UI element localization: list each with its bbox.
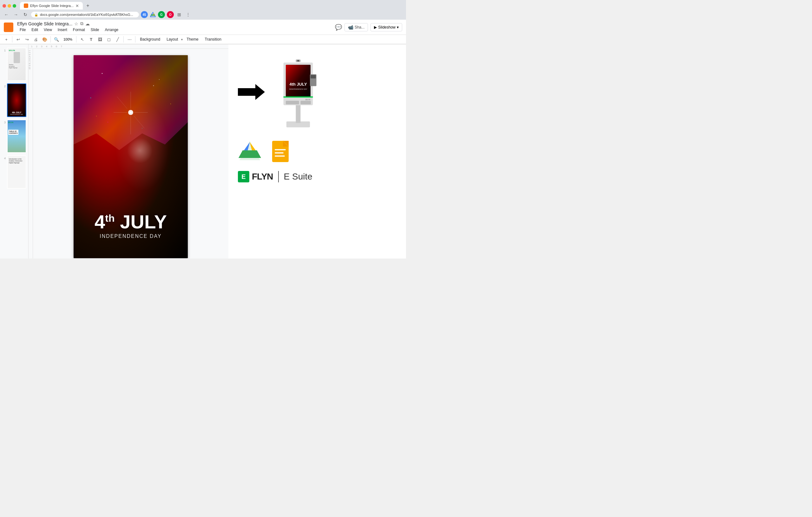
refresh-button[interactable]: ↻ bbox=[22, 11, 29, 19]
menu-edit[interactable]: Edit bbox=[29, 27, 40, 33]
star-icon[interactable]: ☆ bbox=[74, 21, 78, 26]
horizontal-ruler: 1 2 3 4 5 6 7 bbox=[29, 45, 228, 49]
svg-line-9 bbox=[134, 116, 144, 128]
sparkles bbox=[74, 55, 188, 177]
browser-icons: 45 G O ⊞ ⋮ bbox=[141, 11, 192, 18]
svg-rect-39 bbox=[275, 149, 286, 150]
print-button[interactable]: 🖨 bbox=[32, 35, 40, 43]
eflyn-name: FLYN bbox=[252, 172, 273, 182]
eflyn-separator bbox=[278, 171, 279, 182]
eflyn-suite: E Suite bbox=[284, 172, 313, 182]
line-tool[interactable]: ╱ bbox=[114, 35, 121, 43]
canvas-area: 1 2 3 4 5 6 7 1 2 3 4 5 6 7 8 9 10 bbox=[29, 45, 228, 258]
divider-4 bbox=[123, 36, 124, 42]
svg-point-16 bbox=[142, 128, 142, 128]
close-window-button[interactable] bbox=[3, 4, 6, 8]
arrow-shape bbox=[238, 84, 265, 100]
svg-rect-40 bbox=[275, 152, 284, 153]
background-button[interactable]: Background bbox=[137, 36, 163, 42]
extension-icon-3[interactable]: O bbox=[167, 11, 174, 18]
extension-icon-drive[interactable] bbox=[150, 11, 156, 18]
svg-point-15 bbox=[153, 85, 154, 86]
zoom-button[interactable]: 🔍 bbox=[53, 35, 60, 43]
menu-file[interactable]: File bbox=[17, 27, 28, 33]
svg-text:INDEPENDENCE DAY: INDEPENDENCE DAY bbox=[289, 88, 307, 90]
new-tab-button[interactable]: + bbox=[84, 2, 92, 9]
extension-icon-1[interactable]: 45 bbox=[141, 11, 148, 18]
browser-chrome: Eflyn Google Slide Integra... ✕ + ← → ↻ … bbox=[0, 0, 406, 20]
cursor-tool[interactable]: ↖ bbox=[78, 35, 86, 43]
layout-button[interactable]: Layout bbox=[164, 36, 180, 42]
svg-text:EFLYN: EFLYN bbox=[306, 99, 310, 100]
slides-doc-title: Eflyn Google Slide Integra... bbox=[17, 21, 72, 26]
undo-button[interactable]: ↩ bbox=[14, 35, 22, 43]
more-shapes[interactable]: ⋯ bbox=[125, 35, 133, 43]
maximize-window-button[interactable] bbox=[13, 4, 16, 8]
address-bar[interactable]: 🔒 docs.google.com/presentation/d/1kEaYKo… bbox=[31, 12, 139, 18]
right-panel: 4th JULY INDEPENDENCE DAY EFLYN bbox=[228, 45, 406, 258]
slide-thumbnail-3[interactable]: 3 EFLYN TABLE OFCONTENTS bbox=[1, 119, 27, 153]
theme-button[interactable]: Theme bbox=[184, 36, 201, 42]
slide-canvas[interactable]: 4th JULY INDEPENDENCE DAY bbox=[74, 55, 188, 258]
svg-rect-41 bbox=[275, 155, 285, 157]
image-tool[interactable]: 🖼 bbox=[96, 35, 104, 43]
slide-thumbnail-4[interactable]: 4 Introduction to theOutdoor Interactive… bbox=[1, 155, 27, 189]
svg-point-3 bbox=[130, 111, 132, 113]
slides-app-header: Eflyn Google Slide Integra... ☆ ⧉ ☁ File… bbox=[0, 20, 406, 45]
extension-icon-2[interactable]: G bbox=[158, 11, 165, 18]
independence-text: INDEPENDENCE DAY bbox=[74, 233, 188, 239]
thumb3-toc: TABLE OFCONTENTS bbox=[8, 130, 19, 135]
slide-thumbnail-2[interactable]: 2 4th JULY INDEPENDENCE DAY bbox=[1, 83, 27, 117]
slide-thumb-img-1: EFLYN OutdoorInteractiveDigital Signage bbox=[7, 48, 26, 81]
cloud-icon[interactable]: ☁ bbox=[85, 21, 90, 26]
canvas-scroll[interactable]: 4th JULY INDEPENDENCE DAY bbox=[33, 49, 228, 258]
tab-close-button[interactable]: ✕ bbox=[76, 4, 79, 8]
comments-button[interactable]: 💬 bbox=[335, 24, 342, 31]
canvas-with-ruler: 1 2 3 4 5 6 7 8 9 10 bbox=[29, 49, 228, 258]
slide-text-area: 4th JULY INDEPENDENCE DAY bbox=[74, 212, 188, 239]
slide-num-4: 4 bbox=[2, 155, 6, 160]
address-bar-row: ← → ↻ 🔒 docs.google.com/presentation/d/1… bbox=[0, 9, 406, 20]
svg-marker-35 bbox=[238, 150, 261, 158]
extensions-button[interactable]: ⊞ bbox=[176, 11, 183, 18]
menu-format[interactable]: Format bbox=[70, 27, 88, 33]
text-tool[interactable]: T bbox=[87, 35, 95, 43]
slideshow-button[interactable]: ▶ Slideshow ▾ bbox=[371, 23, 402, 31]
svg-rect-28 bbox=[311, 75, 316, 78]
active-tab[interactable]: Eflyn Google Slide Integra... ✕ bbox=[20, 2, 83, 9]
transition-button[interactable]: Transition bbox=[202, 36, 224, 42]
forward-button[interactable]: → bbox=[12, 11, 20, 19]
logos-row bbox=[238, 140, 397, 165]
meet-button[interactable]: 📹 Sha... bbox=[345, 23, 368, 31]
menu-slide[interactable]: Slide bbox=[88, 27, 102, 33]
layout-dropdown[interactable]: ▾ bbox=[181, 38, 183, 41]
shape-tool[interactable]: ◻ bbox=[105, 35, 113, 43]
back-button[interactable]: ← bbox=[3, 11, 10, 19]
thumb1-text: OutdoorInteractiveDigital Signage bbox=[9, 64, 18, 69]
diagram-row: 4th JULY INDEPENDENCE DAY EFLYN bbox=[238, 51, 397, 133]
url-text: docs.google.com/presentation/d/1kEaYKoi9… bbox=[40, 13, 136, 17]
copy-icon[interactable]: ⧉ bbox=[80, 21, 83, 26]
divider-5 bbox=[135, 36, 136, 42]
traffic-lights bbox=[3, 4, 16, 8]
paint-button[interactable]: 🎨 bbox=[41, 35, 49, 43]
redo-button[interactable]: ↪ bbox=[23, 35, 31, 43]
slide-thumb-img-3: EFLYN TABLE OFCONTENTS bbox=[7, 120, 26, 153]
thumb3-logo: EFLYN bbox=[8, 121, 13, 123]
vertical-ruler: 1 2 3 4 5 6 7 8 9 10 bbox=[29, 49, 33, 258]
add-button[interactable]: + bbox=[3, 35, 10, 43]
thumb4-text: Introduction to theOutdoor InteractiveDi… bbox=[9, 158, 23, 164]
minimize-window-button[interactable] bbox=[8, 4, 11, 8]
slide-thumb-img-4: Introduction to theOutdoor InteractiveDi… bbox=[7, 155, 26, 189]
slide-thumbnail-1[interactable]: 1 EFLYN OutdoorInteractiveDigital Signag… bbox=[1, 47, 27, 82]
slide-panel[interactable]: 1 EFLYN OutdoorInteractiveDigital Signag… bbox=[0, 45, 29, 258]
thumb1-logo: EFLYN bbox=[9, 50, 15, 51]
menu-insert[interactable]: Insert bbox=[55, 27, 70, 33]
slides-main-toolbar: Eflyn Google Slide Integra... ☆ ⧉ ☁ File… bbox=[0, 20, 406, 35]
zoom-level[interactable]: 100% bbox=[61, 37, 74, 42]
menu-arrange[interactable]: Arrange bbox=[103, 27, 121, 33]
svg-point-17 bbox=[96, 116, 97, 116]
menu-view[interactable]: View bbox=[41, 27, 55, 33]
format-toolbar: + ↩ ↪ 🖨 🎨 🔍 100% ↖ T 🖼 ◻ ╱ ⋯ Background … bbox=[0, 35, 406, 44]
chrome-menu-button[interactable]: ⋮ bbox=[184, 11, 192, 18]
